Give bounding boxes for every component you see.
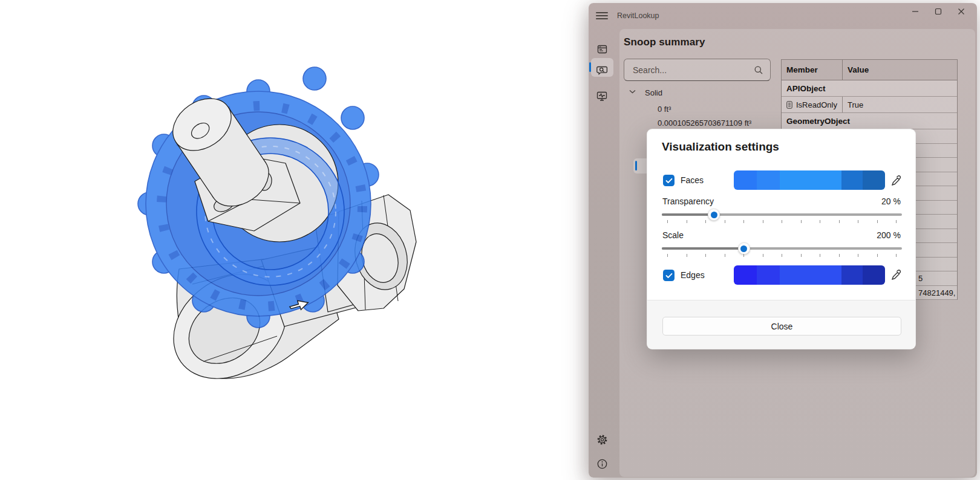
hamburger-menu-icon[interactable] [596,11,608,21]
partial-value-text: 74821449, 0.0 [918,288,957,297]
sidebar-item-snoop[interactable] [590,60,614,80]
edges-checkbox[interactable] [663,270,675,281]
valve-3d-drawing [0,0,587,480]
revit-3d-viewport[interactable] [0,0,587,480]
maximize-icon [935,8,942,15]
close-button[interactable] [950,3,973,20]
tick-mark [763,254,763,257]
content-panel: Snoop summary Solid 0 ft³ 0.000105265703… [619,29,975,477]
palette-segment [863,170,885,190]
tick-mark [801,254,802,257]
table-group-row[interactable]: GeometryObject [782,113,957,129]
tick-mark [725,254,725,257]
checkmark-icon [665,178,673,184]
faces-checkbox[interactable] [663,175,675,186]
transparency-slider-thumb[interactable] [708,209,720,221]
faces-label: Faces [681,175,704,186]
dialog-title: Visualization settings [662,140,779,154]
revitlookup-window: RevitLookup [589,3,977,478]
checkmark-icon [665,273,673,279]
tick-mark [667,254,668,257]
edges-color-palette[interactable] [734,265,885,285]
page-title: Snoop summary [624,36,705,48]
tick-mark [687,254,687,257]
scale-slider[interactable] [662,242,902,255]
tree-item-volume[interactable]: 0.000105265703671109 ft³ [658,118,751,128]
snoop-icon [596,64,608,76]
search-icon [754,65,763,75]
settings-gear-icon [596,434,608,446]
edges-eyedropper-icon[interactable] [890,268,903,282]
sidebar-item-settings[interactable] [590,430,614,449]
tick-mark [877,254,878,257]
dialog-footer: Close [647,300,915,349]
edges-label: Edges [681,270,705,281]
document-icon [786,101,792,109]
group-label: GeometryObject [782,113,855,129]
table-header-row: Member Value [782,60,957,80]
member-cell: IsReadOnly [782,97,843,112]
tick-mark [725,220,725,223]
tree-selection-indicator [635,161,637,170]
scale-tick-marks [662,254,902,258]
info-icon [596,458,608,470]
tick-mark [687,220,687,223]
dashboard-icon [596,44,608,55]
search-input[interactable] [624,59,770,80]
transparency-value: 20 % [881,196,901,206]
chevron-down-icon[interactable] [629,89,636,94]
transparency-slider[interactable] [662,209,902,221]
event-monitor-icon [596,90,608,102]
minimize-button[interactable] [904,3,927,20]
tick-mark [705,254,706,257]
visualization-settings-dialog: Visualization settings Faces Transparenc… [647,129,916,349]
tick-mark [896,220,897,223]
palette-segment [734,170,757,190]
group-label: APIObject [782,80,831,96]
tick-mark [782,254,782,257]
tree-item-solid[interactable]: Solid [645,88,662,98]
faces-color-palette[interactable] [734,170,885,190]
palette-segment [841,265,863,285]
palette-segment [757,265,780,285]
table-group-row[interactable]: APIObject [782,80,957,97]
tick-mark [896,254,897,257]
scale-slider-thumb[interactable] [738,242,750,255]
minimize-icon [912,8,919,15]
table-row[interactable]: IsReadOnly True [782,97,957,113]
tick-mark [705,220,706,223]
sidebar-item-dashboard[interactable] [590,39,614,59]
tick-mark [801,220,802,223]
maximize-button[interactable] [927,3,950,20]
tick-mark [839,220,840,223]
palette-segment [734,265,757,285]
tick-mark [839,254,840,257]
palette-segment [757,170,780,190]
sidebar-item-about[interactable] [590,454,614,473]
column-header-member[interactable]: Member [782,60,843,80]
dialog-close-button[interactable]: Close [662,317,901,336]
value-cell: True [843,97,957,112]
palette-segment [780,265,841,285]
search-box [624,59,771,81]
tick-mark [667,220,668,223]
column-header-value[interactable]: Value [843,60,957,80]
transparency-tick-marks [662,220,902,224]
tick-mark [743,254,744,257]
tick-mark [858,254,858,257]
palette-segment [863,265,885,285]
tree-item-area[interactable]: 0 ft³ [658,104,671,114]
partial-value-text: 5 [918,274,923,283]
tick-mark [820,254,820,257]
tick-mark [782,220,782,223]
faces-eyedropper-icon[interactable] [890,174,903,187]
tick-mark [763,220,763,223]
member-name: IsReadOnly [796,100,837,109]
tick-mark [877,220,878,223]
palette-segment [841,170,863,190]
sidebar-item-event-monitor[interactable] [590,86,614,106]
window-title: RevitLookup [617,11,659,20]
title-bar: RevitLookup [589,3,977,28]
tick-mark [820,220,820,223]
tick-mark [743,220,744,223]
